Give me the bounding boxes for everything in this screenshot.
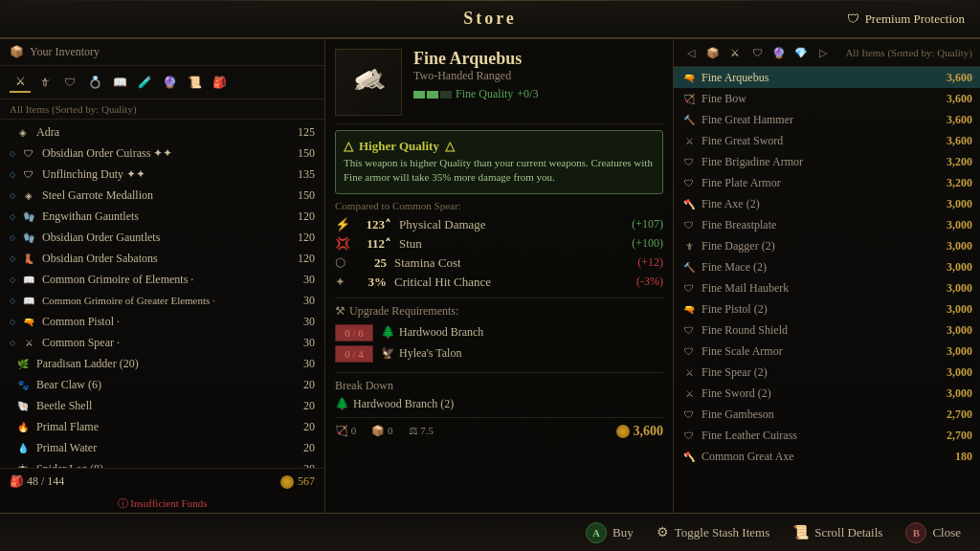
shop-filter-next[interactable]: ▷ [813, 43, 833, 62]
item-name: Engwithan Gauntlets [42, 209, 292, 224]
shop-item-name: Fine Axe (2) [702, 197, 942, 211]
stat-row: ✦ 3% Critical Hit Chance (-3%) [335, 273, 663, 292]
shop-item-price: 3,600 [947, 113, 972, 127]
shop-item-icon: 🪓 [681, 449, 697, 464]
premium-icon: 🛡 [847, 11, 859, 27]
shop-filter-shield[interactable]: 🛡 [747, 43, 767, 62]
shop-item[interactable]: 🔫 Fine Pistol (2) 3,000 [674, 298, 980, 320]
buy-button[interactable]: A Buy [586, 522, 634, 543]
scroll-details-button[interactable]: 📜 Scroll Details [792, 524, 882, 540]
upgrade-title: ⚒ Upgrade Requirements: [335, 304, 663, 319]
filter-misc[interactable]: 🎒 [209, 72, 230, 93]
list-item[interactable]: 🐾 Bear Claw (6) 20 [0, 374, 324, 395]
shop-item[interactable]: 🛡 Fine Breastplate 3,000 [674, 214, 980, 235]
shop-item-name: Fine Great Hammer [702, 113, 942, 127]
shop-item-icon: 🔨 [681, 112, 697, 127]
filter-quest[interactable]: 📜 [184, 72, 205, 93]
shop-item-name: Fine Round Shield [702, 323, 942, 338]
upgrade-req-2: 0 / 4 🦅 Hylea's Talon [335, 345, 663, 363]
shop-item[interactable]: 🪓 Common Great Axe 180 [674, 446, 980, 467]
toggle-stash-button[interactable]: ⚙ Toggle Stash Items [657, 524, 769, 540]
filter-accessories[interactable]: 💍 [84, 72, 105, 93]
shop-item[interactable]: ⚔ Fine Sword (2) 3,000 [674, 383, 980, 404]
item-name: Obsidian Order Gauntlets [42, 231, 292, 245]
filter-consumable[interactable]: 🧪 [134, 72, 155, 93]
shop-item[interactable]: 🛡 Fine Scale Armor 3,000 [674, 341, 980, 362]
list-item[interactable]: ◇ 🔫 Common Pistol · 30 [0, 311, 324, 332]
list-item[interactable]: 🔥 Primal Flame 20 [0, 416, 324, 437]
list-item[interactable]: ◇ 🛡 Obsidian Order Cuirass ✦✦ 150 [0, 143, 324, 164]
list-item[interactable]: ◇ ⚔ Common Spear · 30 [0, 332, 324, 353]
item-name: Common Grimoire of Greater Elements · [42, 295, 298, 306]
list-item[interactable]: 💧 Primal Water 20 [0, 437, 324, 458]
list-item[interactable]: ◇ 📖 Common Grimoire of Elements · 30 [0, 269, 324, 290]
item-info: Fine Arquebus Two-Handed Ranged Fine Qua… [413, 49, 663, 101]
item-value: 135 [298, 167, 315, 182]
insufficient-funds: ⓘ Insufficient Funds [0, 495, 324, 513]
shop-item-name: Fine Dagger (2) [702, 239, 942, 253]
list-item[interactable]: 🐚 Beetle Shell 20 [0, 395, 324, 416]
quality-bar [413, 91, 452, 99]
filter-all[interactable]: ⚔ [10, 72, 31, 93]
premium-protection: 🛡 Premium Protection [847, 11, 965, 27]
req-name-1: 🌲 Hardwood Branch [381, 325, 483, 340]
list-item[interactable]: ◇ 🧤 Obsidian Order Gauntlets 120 [0, 227, 324, 248]
list-item[interactable]: ◇ 🧤 Engwithan Gauntlets 120 [0, 206, 324, 227]
item-value: 30 [303, 357, 315, 371]
filter-grimoire[interactable]: 📖 [109, 72, 130, 93]
shop-filter-misc[interactable]: 💎 [791, 43, 811, 62]
list-item[interactable]: 🌿 Paradisan Ladder (20) 30 [0, 353, 324, 374]
filter-material[interactable]: 🔮 [159, 72, 180, 93]
item-value: 120 [298, 231, 315, 245]
list-item[interactable]: ◇ ◈ Steel Garrote Medallion 150 [0, 185, 324, 206]
shop-item-name: Fine Brigadine Armor [702, 155, 942, 169]
quality-diamond: ◇ [10, 254, 15, 263]
item-icon: 🐾 [15, 377, 31, 392]
shop-item-icon: ⚔ [681, 364, 697, 380]
shop-item[interactable]: 🔫 Fine Arquebus 3,600 [674, 67, 980, 88]
req-bar-1: 0 / 6 [335, 324, 373, 342]
shop-item[interactable]: 🗡 Fine Dagger (2) 3,000 [674, 235, 980, 256]
quality-diamond: ◇ [10, 191, 15, 200]
shop-item-price: 2,700 [947, 429, 972, 443]
shop-item[interactable]: 🏹 Fine Bow 3,600 [674, 88, 980, 109]
close-key: B [905, 522, 926, 543]
buy-key: A [586, 522, 607, 543]
shop-filter-prev[interactable]: ◁ [681, 43, 701, 62]
shop-item-name: Fine Gambeson [702, 408, 942, 422]
list-item[interactable]: ◇ 🛡 Unflinching Duty ✦✦ 135 [0, 164, 324, 185]
list-item[interactable]: ◈ Adra 125 [0, 121, 324, 143]
item-icon: 💧 [15, 440, 31, 455]
shop-item[interactable]: 🛡 Fine Plate Armor 3,200 [674, 172, 980, 193]
shop-item[interactable]: 🔨 Fine Mace (2) 3,000 [674, 256, 980, 277]
shop-item-icon: 🔫 [681, 301, 697, 317]
quality-diamond: ◇ [10, 170, 15, 179]
shop-item-name: Fine Bow [702, 92, 942, 106]
shop-item[interactable]: ⚔ Fine Spear (2) 3,000 [674, 362, 980, 383]
shop-item-name: Fine Pistol (2) [702, 302, 942, 317]
list-item[interactable]: ◇ 👢 Obsidian Order Sabatons 120 [0, 248, 324, 269]
stat-name: Physical Damage [399, 217, 624, 232]
quality-label: Fine Quality [456, 87, 513, 101]
filter-armor[interactable]: 🛡 [59, 72, 80, 93]
breakdown-title: Break Down [335, 379, 663, 393]
shop-item[interactable]: 🛡 Fine Gambeson 2,700 [674, 404, 980, 425]
list-item[interactable]: ◇ 📖 Common Grimoire of Greater Elements … [0, 290, 324, 311]
shop-filter-chest[interactable]: 📦 [703, 43, 723, 62]
shop-item[interactable]: 🪓 Fine Axe (2) 3,000 [674, 193, 980, 214]
list-item[interactable]: 🕷 Spider Leg (8) 20 [0, 458, 324, 468]
shop-filter-material[interactable]: 🔮 [769, 43, 789, 62]
shop-item[interactable]: 🛡 Fine Leather Cuirass 2,700 [674, 425, 980, 446]
inventory-header: 📦 Your Inventory [0, 39, 324, 66]
shop-item[interactable]: 🛡 Fine Round Shield 3,000 [674, 320, 980, 341]
bottom-bar: A Buy ⚙ Toggle Stash Items 📜 Scroll Deta… [0, 513, 980, 551]
shop-item[interactable]: ⚔ Fine Great Sword 3,600 [674, 130, 980, 151]
filter-weapons[interactable]: 🗡 [34, 72, 56, 93]
close-button[interactable]: B Close [905, 522, 961, 543]
shop-item[interactable]: 🛡 Fine Brigadine Armor 3,200 [674, 151, 980, 172]
shop-filter-weapons[interactable]: ⚔ [725, 43, 745, 62]
quality-diamond: ◇ [10, 318, 15, 326]
item-value: 20 [303, 420, 315, 434]
shop-item[interactable]: 🛡 Fine Mail Hauberk 3,000 [674, 277, 980, 298]
shop-item[interactable]: 🔨 Fine Great Hammer 3,600 [674, 109, 980, 130]
